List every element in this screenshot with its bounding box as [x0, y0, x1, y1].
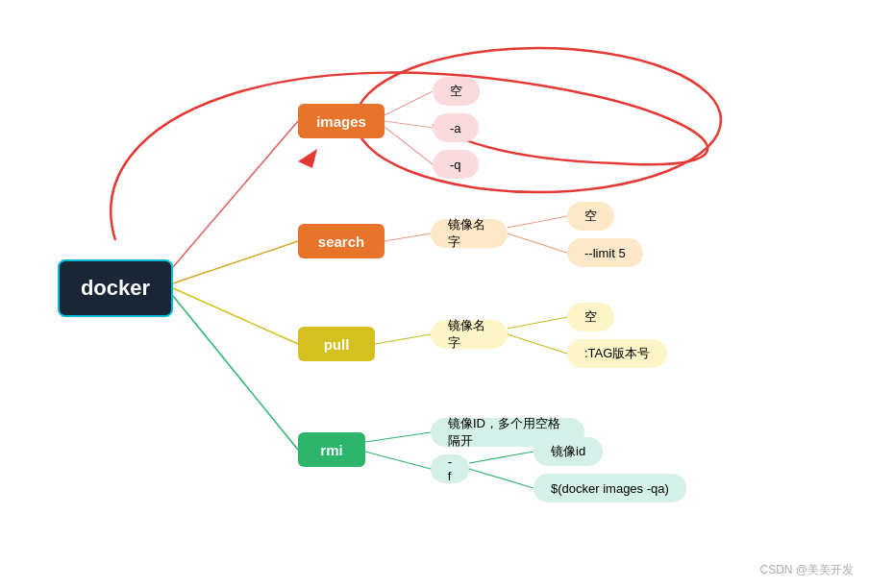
svg-line-5: [173, 296, 298, 450]
svg-line-13: [508, 317, 567, 329]
rmi-sub-param-2: $(docker images -qa): [534, 474, 686, 502]
svg-marker-0: [298, 149, 317, 168]
svg-line-3: [173, 241, 298, 283]
images-node: images: [298, 104, 385, 138]
search-node: search: [298, 224, 385, 258]
rmi-param-2: -f: [431, 454, 469, 483]
svg-line-4: [173, 288, 298, 344]
docker-node: docker: [58, 259, 173, 317]
search-mid-param: 镜像名字: [431, 219, 508, 248]
search-param-1: 空: [567, 202, 614, 231]
svg-line-12: [375, 334, 431, 344]
images-param-1: 空: [433, 77, 480, 106]
svg-line-7: [385, 121, 433, 128]
svg-line-2: [173, 121, 298, 267]
rmi-node: rmi: [298, 432, 365, 467]
svg-line-18: [469, 469, 534, 488]
svg-line-9: [385, 233, 431, 241]
svg-line-6: [385, 91, 433, 115]
svg-line-10: [508, 216, 567, 228]
svg-point-1: [356, 48, 721, 192]
pull-node: pull: [298, 327, 375, 361]
images-param-3: -q: [433, 150, 479, 179]
rmi-sub-param-1: 镜像id: [534, 437, 603, 466]
svg-line-17: [469, 452, 534, 463]
svg-line-16: [365, 452, 431, 469]
watermark: CSDN @美美开发: [759, 562, 854, 578]
svg-line-15: [365, 432, 431, 442]
search-param-2: --limit 5: [567, 238, 643, 267]
pull-param-1: 空: [567, 303, 614, 331]
svg-line-8: [385, 127, 433, 164]
pull-mid-param: 镜像名字: [431, 320, 508, 349]
svg-line-14: [508, 334, 567, 354]
images-param-2: -a: [433, 113, 479, 142]
svg-line-11: [508, 233, 567, 253]
pull-param-2: :TAG版本号: [567, 339, 667, 368]
